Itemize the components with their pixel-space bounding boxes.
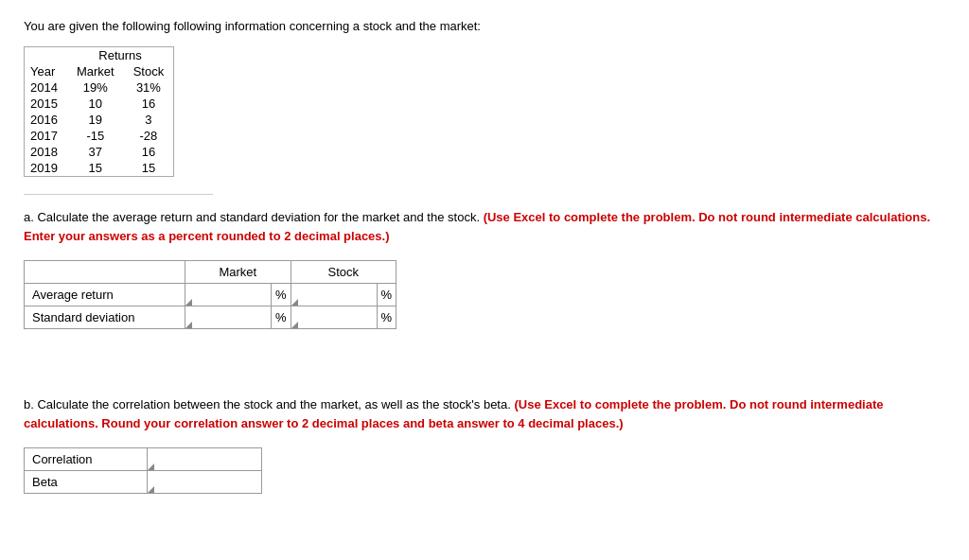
market-cell: 10: [67, 96, 124, 112]
std-dev-stock-input-cell: [291, 306, 377, 329]
stock-cell: 3: [124, 112, 174, 128]
instruction-b: b. Calculate the correlation between the…: [24, 395, 945, 432]
blank-header: [25, 261, 185, 284]
table-row: 2014 19% 31%: [25, 79, 174, 96]
stock-cell: 16: [124, 96, 174, 112]
beta-input-cell: [148, 471, 262, 494]
market-cell: 19: [67, 112, 124, 128]
avg-return-stock-pct: %: [377, 284, 396, 306]
stock-cell: 31%: [124, 79, 174, 96]
table-row: 2016 19 3: [25, 112, 174, 128]
table-row: 2018 37 16: [25, 144, 174, 160]
avg-return-stock-input-cell: [291, 284, 377, 306]
beta-input[interactable]: [148, 471, 261, 493]
beta-row: Beta: [25, 471, 262, 494]
year-cell: 2015: [25, 96, 67, 112]
std-dev-market-pct: %: [272, 306, 291, 329]
section-a-label: a.: [24, 210, 34, 224]
std-dev-stock-input[interactable]: [291, 306, 377, 328]
year-cell: 2019: [25, 160, 67, 177]
std-dev-stock-pct: %: [377, 306, 396, 329]
year-cell: 2014: [25, 79, 67, 96]
market-header: Market: [185, 261, 291, 284]
table-row: 2015 10 16: [25, 96, 174, 112]
std-dev-market-input-cell: [185, 306, 272, 329]
market-cell: -15: [67, 128, 124, 144]
returns-header: Returns: [67, 47, 174, 64]
avg-return-market-pct: %: [272, 284, 291, 306]
answer-table-b: Correlation Beta: [24, 447, 262, 494]
data-table: Returns Year Market Stock 2014 19% 31% 2…: [24, 46, 174, 177]
std-dev-label: Standard deviation: [25, 306, 185, 329]
correlation-row: Correlation: [25, 448, 262, 471]
market-cell: 15: [67, 160, 124, 177]
avg-return-label: Average return: [25, 284, 185, 306]
section-b-label: b.: [24, 397, 34, 411]
stock-cell: 15: [124, 160, 174, 177]
avg-return-market-input-cell: [185, 284, 272, 306]
correlation-input-cell: [148, 448, 262, 471]
section-a-normal: Calculate the average return and standar…: [34, 210, 484, 224]
std-dev-market-input[interactable]: [185, 306, 271, 328]
avg-return-stock-input[interactable]: [291, 284, 377, 306]
std-dev-row: Standard deviation % %: [25, 306, 396, 329]
year-cell: 2018: [25, 144, 67, 160]
intro-text: You are given the following following in…: [24, 19, 945, 33]
stock-cell: -28: [124, 128, 174, 144]
col-year-header: Year: [25, 63, 67, 79]
avg-return-row: Average return % %: [25, 284, 396, 306]
col-market-header: Market: [67, 63, 124, 79]
table-row: 2017 -15 -28: [25, 128, 174, 144]
year-cell: 2017: [25, 128, 67, 144]
year-cell: 2016: [25, 112, 67, 128]
instruction-a: a. Calculate the average return and stan…: [24, 208, 945, 245]
answer-table-a: Market Stock Average return % % Standard…: [24, 260, 396, 329]
section-b-normal: Calculate the correlation between the st…: [34, 397, 515, 411]
table-row: 2019 15 15: [25, 160, 174, 177]
market-cell: 19%: [67, 79, 124, 96]
correlation-input[interactable]: [148, 448, 261, 470]
col-stock-header: Stock: [124, 63, 174, 79]
beta-label: Beta: [25, 471, 148, 494]
avg-return-market-input[interactable]: [185, 284, 271, 306]
market-cell: 37: [67, 144, 124, 160]
correlation-label: Correlation: [25, 448, 148, 471]
stock-header: Stock: [291, 261, 396, 284]
stock-cell: 16: [124, 144, 174, 160]
